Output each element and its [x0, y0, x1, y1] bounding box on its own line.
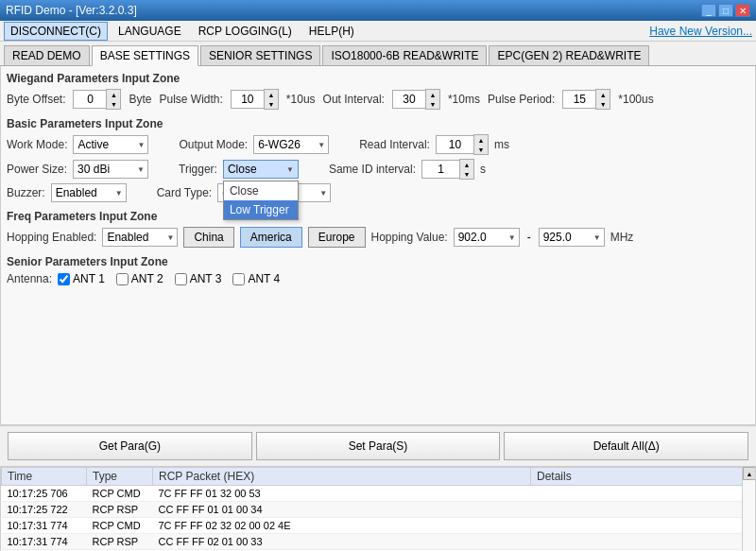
- log-cell-type: RCP CMD: [87, 518, 153, 534]
- pulse-width-input[interactable]: [231, 90, 264, 109]
- trigger-dropdown-arrow: ▼: [286, 165, 294, 174]
- hopping-enabled-select[interactable]: Enabled Disabled: [102, 228, 178, 247]
- menu-help[interactable]: HELP(H): [302, 22, 361, 41]
- byte-offset-input[interactable]: [73, 90, 106, 109]
- pulse-period-input[interactable]: [562, 90, 595, 109]
- log-cell-packet: CC FF FF 02 01 00 33: [153, 534, 531, 550]
- out-interval-down[interactable]: ▼: [426, 99, 439, 109]
- trigger-select-btn[interactable]: Close ▼: [223, 160, 299, 179]
- log-table-row: 10:17:25 722 RCP RSP CC FF FF 01 01 00 3…: [2, 502, 755, 518]
- pulse-period-spin-btns: ▲ ▼: [595, 89, 610, 110]
- same-id-unit: s: [480, 163, 486, 176]
- pulse-period-up[interactable]: ▲: [596, 90, 610, 99]
- antenna-2-checkbox[interactable]: [116, 273, 129, 285]
- antenna-4-checkbox[interactable]: [232, 273, 245, 285]
- log-scroll-track: [743, 480, 755, 551]
- wiegand-zone-title: Wiegand Parameters Input Zone: [7, 72, 749, 85]
- hopping-to-select[interactable]: 925.0 928.0: [539, 228, 605, 247]
- same-id-input[interactable]: [421, 160, 459, 179]
- log-cell-details: [531, 502, 755, 518]
- work-mode-select[interactable]: Active Trigger Timing: [73, 135, 148, 154]
- minimize-button[interactable]: _: [701, 4, 716, 17]
- get-para-button[interactable]: Get Para(G): [8, 432, 252, 460]
- log-col-time: Time: [2, 468, 87, 486]
- maximize-button[interactable]: □: [718, 4, 733, 17]
- antenna-3-checkbox[interactable]: [175, 273, 187, 285]
- log-table-row: 10:17:31 774 RCP CMD 7C FF FF 02 32 02 0…: [2, 518, 755, 534]
- hopping-from-select-wrapper: 902.0 900.0: [454, 228, 520, 247]
- log-scroll-up[interactable]: ▲: [743, 467, 756, 480]
- log-table-row: 10:17:25 706 RCP CMD 7C FF FF 01 32 00 5…: [2, 486, 755, 502]
- log-cell-packet: 7C FF FF 01 32 00 53: [153, 486, 531, 502]
- region-europe-btn[interactable]: Europe: [308, 227, 366, 248]
- pulse-width-down[interactable]: ▼: [265, 99, 278, 109]
- antenna-3-item: ANT 3: [175, 272, 222, 285]
- pulse-width-spinbox: ▲ ▼: [231, 89, 279, 110]
- log-table-row: 10:17:31 774 RCP RSP CC FF FF 02 01 00 3…: [2, 534, 755, 550]
- antenna-1-checkbox[interactable]: [58, 273, 70, 285]
- menu-language[interactable]: LANGUAGE: [112, 22, 188, 41]
- wiegand-row: Byte Offset: ▲ ▼ Byte Pulse Width: ▲ ▼ *…: [7, 89, 749, 110]
- close-button[interactable]: ✕: [735, 4, 750, 17]
- log-cell-time: 10:17:31 774: [2, 534, 87, 550]
- log-cell-packet: 7C FF FF 02 32 02 00 02 4E: [153, 518, 531, 534]
- antenna-checkboxes: ANT 1 ANT 2 ANT 3 ANT 4: [58, 272, 280, 285]
- byte-offset-label: Byte Offset:: [7, 93, 65, 106]
- byte-offset-down[interactable]: ▼: [107, 99, 120, 109]
- basic-zone-title: Basic Parameters Input Zone: [7, 117, 749, 130]
- basic-zone: Basic Parameters Input Zone Work Mode: A…: [7, 117, 749, 202]
- log-col-packet: RCP Packet (HEX): [153, 468, 531, 486]
- log-cell-type: RCP RSP: [87, 502, 153, 518]
- buzzer-select[interactable]: Enabled Disabled: [51, 183, 127, 202]
- log-cell-details: [531, 518, 755, 534]
- same-id-up[interactable]: ▲: [460, 160, 473, 169]
- hopping-from-select[interactable]: 902.0 900.0: [454, 228, 520, 247]
- log-scrollbar: ▲ ▼: [742, 467, 755, 551]
- out-interval-input[interactable]: [392, 90, 425, 109]
- byte-offset-up[interactable]: ▲: [107, 90, 120, 99]
- menu-rcp-logging[interactable]: RCP LOGGING(L): [192, 22, 299, 41]
- tab-base-settings[interactable]: BASE SETTINGS: [92, 45, 198, 66]
- default-all-button[interactable]: Default All(Δ): [504, 432, 748, 460]
- out-interval-up[interactable]: ▲: [426, 90, 439, 99]
- read-interval-down[interactable]: ▼: [474, 145, 488, 154]
- title-bar-title: RFID Demo - [Ver:3.2.0.3]: [6, 4, 137, 17]
- same-id-spinbox: ▲ ▼: [421, 159, 474, 180]
- read-interval-up[interactable]: ▲: [474, 135, 488, 145]
- read-interval-label: Read Interval:: [359, 138, 430, 151]
- tab-iso18000[interactable]: ISO18000-6B READ&WRITE: [322, 45, 487, 65]
- freq-zone: Freq Parameters Input Zone Hopping Enabl…: [7, 210, 749, 248]
- pulse-period-down[interactable]: ▼: [596, 99, 610, 109]
- set-para-button[interactable]: Set Para(S): [256, 432, 501, 460]
- trigger-container: Close ▼ Close Low Trigger: [223, 160, 299, 179]
- hopping-unit: MHz: [610, 231, 634, 244]
- log-col-details: Details: [531, 468, 755, 486]
- antenna-4-item: ANT 4: [232, 272, 280, 285]
- title-bar: RFID Demo - [Ver:3.2.0.3] _ □ ✕: [0, 0, 756, 21]
- region-china-btn[interactable]: China: [183, 227, 233, 248]
- same-id-down[interactable]: ▼: [460, 169, 473, 179]
- trigger-option-close[interactable]: Close: [224, 181, 298, 200]
- tab-read-demo[interactable]: READ DEMO: [4, 45, 90, 65]
- freq-row: Hopping Enabled: Enabled Disabled China …: [7, 227, 749, 248]
- power-size-select[interactable]: 20 dBi 25 dBi 30 dBi: [73, 160, 148, 179]
- trigger-option-low[interactable]: Low Trigger: [224, 200, 298, 219]
- tab-senior-settings[interactable]: SENIOR SETTINGS: [200, 45, 320, 65]
- pulse-width-up[interactable]: ▲: [265, 90, 278, 99]
- log-table-container: Time Type RCP Packet (HEX) Details 10:17…: [0, 466, 756, 551]
- card-type-label: Card Type:: [157, 186, 212, 199]
- tab-epc-gen2[interactable]: EPC(GEN 2) READ&WRITE: [489, 45, 649, 65]
- log-col-type: Type: [87, 468, 153, 486]
- read-interval-input[interactable]: [436, 135, 473, 154]
- new-version-link[interactable]: Have New Version...: [649, 25, 752, 38]
- byte-offset-spinbox: ▲ ▼: [73, 89, 121, 110]
- region-america-btn[interactable]: America: [240, 227, 302, 248]
- output-mode-select[interactable]: 6-WG26 6-WG34 ASCII: [253, 135, 329, 154]
- menu-disconnect[interactable]: DISCONNECT(C): [4, 22, 108, 41]
- freq-zone-title: Freq Parameters Input Zone: [7, 210, 749, 223]
- power-size-select-wrapper: 20 dBi 25 dBi 30 dBi: [73, 160, 148, 179]
- buzzer-select-wrapper: Enabled Disabled: [51, 183, 127, 202]
- hopping-to-select-wrapper: 925.0 928.0: [539, 228, 605, 247]
- tab-bar: READ DEMO BASE SETTINGS SENIOR SETTINGS …: [0, 42, 756, 66]
- log-cell-type: RCP RSP: [87, 534, 153, 550]
